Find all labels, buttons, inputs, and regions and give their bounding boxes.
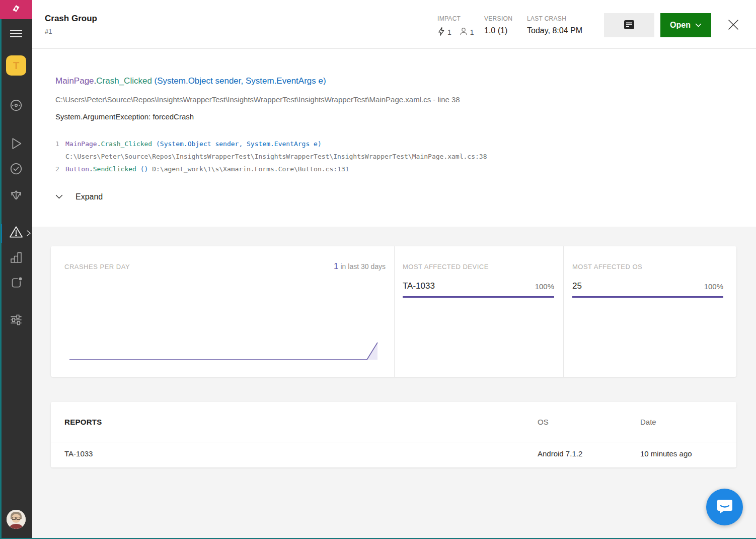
impact-label: IMPACT — [437, 15, 461, 22]
sidebar-item-settings[interactable] — [0, 311, 32, 330]
signature-args: (System.Object sender, System.EventArgs … — [152, 76, 326, 86]
version-label: VERSION — [484, 15, 512, 22]
stack-frame: 1MainPage.Crash_Clicked (System.Object s… — [55, 138, 487, 150]
sidebar-item-app-tile[interactable]: T — [6, 55, 26, 76]
app-tile-initial: T — [13, 60, 19, 72]
distribute-arrows-icon — [9, 187, 24, 205]
sidebar-item-getting-started[interactable] — [0, 97, 32, 116]
chevron-down-icon — [695, 21, 702, 30]
crashes-sparkline-chart — [69, 340, 378, 362]
open-status-button[interactable]: Open — [660, 13, 711, 37]
user-avatar[interactable] — [7, 510, 26, 529]
signature-class: MainPage — [55, 76, 94, 86]
most-affected-device-bar — [403, 296, 554, 298]
play-icon — [8, 136, 24, 154]
most-affected-os-label: MOST AFFECTED OS — [572, 263, 642, 271]
crash-group-header: Crash Group #1 IMPACT 1 1 VERSION 1.0 (1… — [32, 0, 756, 49]
impact-crash-count: 1 — [447, 28, 451, 36]
sidebar-item-build[interactable] — [0, 135, 32, 154]
exception-message: System.ArgumentException: forcedCrash — [55, 112, 194, 121]
sidebar-item-analytics[interactable] — [0, 249, 32, 268]
report-date: 10 minutes ago — [640, 449, 692, 458]
most-affected-device-percent: 100% — [403, 282, 554, 291]
app-center-logo[interactable] — [0, 0, 32, 19]
reports-title: REPORTS — [64, 418, 102, 426]
stack-frame: 2Button.SendClicked () D:\agent_work\1\s… — [55, 163, 487, 175]
reports-column-date: Date — [640, 418, 656, 426]
chat-bubble-icon — [716, 498, 733, 516]
signature-method: Crash_Clicked — [96, 76, 152, 86]
person-icon — [460, 27, 468, 37]
version-value: 1.0 (1) — [484, 26, 507, 35]
most-affected-os-percent: 100% — [572, 282, 723, 291]
most-affected-os-bar — [572, 296, 723, 298]
card-divider — [394, 246, 395, 377]
speedometer-icon — [9, 98, 24, 115]
app-center-logo-icon — [11, 3, 22, 16]
crashes-per-day-label: CRASHES PER DAY — [64, 263, 130, 271]
crashes-count-suffix: in last 30 days — [341, 262, 386, 271]
impact-user-count: 1 — [470, 28, 474, 36]
sliders-icon — [9, 312, 24, 329]
sidebar: T — [0, 0, 32, 539]
card-divider — [563, 246, 564, 377]
window-left-accent — [0, 19, 2, 539]
reports-column-os: OS — [538, 418, 549, 426]
check-circle-icon — [9, 161, 24, 178]
chevron-down-icon — [55, 192, 63, 201]
open-status-label: Open — [670, 21, 691, 30]
crash-signature: MainPage.Crash_Clicked (System.Object se… — [55, 76, 326, 86]
report-row[interactable]: TA-1033 Android 7.1.2 10 minutes ago — [51, 442, 736, 467]
stack-frame-location: C:\Users\Peter\Source\Repos\InsightsWrap… — [55, 150, 487, 163]
sidebar-item-distribute[interactable] — [0, 186, 32, 206]
annotation-icon — [623, 19, 635, 32]
most-affected-device-label: MOST AFFECTED DEVICE — [403, 263, 489, 271]
report-os: Android 7.1.2 — [538, 449, 582, 458]
report-device: TA-1033 — [64, 449, 93, 458]
source-file-path: C:\Users\Peter\Source\Repos\InsightsWrap… — [55, 95, 460, 104]
last-crash-label: LAST CRASH — [527, 15, 566, 22]
stats-card: CRASHES PER DAY 1in last 30 days MOST AF… — [51, 246, 736, 377]
expand-label: Expand — [75, 192, 103, 201]
crashes-count-number: 1 — [334, 261, 338, 271]
crashes-count: 1in last 30 days — [334, 261, 386, 272]
annotation-button[interactable] — [604, 13, 654, 37]
sparkline-line — [69, 343, 377, 360]
sidebar-item-test[interactable] — [0, 160, 32, 179]
support-chat-button[interactable] — [706, 489, 743, 525]
last-crash-value: Today, 8:04 PM — [527, 26, 582, 35]
bar-chart-icon — [9, 250, 24, 267]
crash-group-main: MainPage.Crash_Clicked (System.Object se… — [32, 49, 756, 539]
hamburger-menu-button[interactable] — [0, 25, 32, 44]
warning-triangle-icon — [8, 224, 24, 242]
stack-trace: 1MainPage.Crash_Clicked (System.Object s… — [55, 138, 487, 175]
hamburger-icon — [10, 29, 23, 41]
sidebar-item-push[interactable] — [0, 274, 32, 293]
reports-card: REPORTS OS Date TA-1033 Android 7.1.2 10… — [51, 402, 736, 467]
impact-values: 1 1 — [437, 27, 474, 38]
page-title: Crash Group — [45, 14, 97, 24]
crash-detail-section: MainPage.Crash_Clicked (System.Object se… — [32, 49, 756, 227]
crash-group-number: #1 — [45, 28, 52, 35]
sparkline-fill — [69, 343, 377, 360]
close-icon — [727, 19, 739, 32]
crashes-chevron-right-icon — [26, 229, 32, 239]
lightning-icon — [437, 27, 445, 38]
box-with-dot-icon — [9, 275, 24, 292]
expand-toggle[interactable]: Expand — [55, 192, 103, 201]
close-button[interactable] — [726, 18, 741, 33]
